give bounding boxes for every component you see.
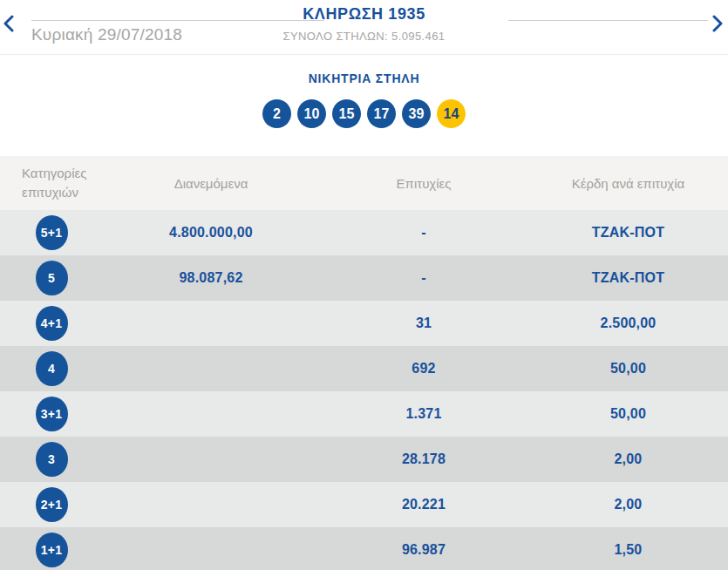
prize-value: 2,00 (528, 497, 728, 512)
winners-value: - (319, 225, 528, 241)
distributed-value: 4.800.000,00 (103, 225, 319, 241)
table-row: 5+1 4.800.000,00 - ΤΖΑΚ-ΠΟΤ (0, 210, 728, 255)
winners-value: 28.178 (319, 451, 528, 467)
winning-number-ball: 2 (262, 99, 291, 128)
prize-value: ΤΖΑΚ-ΠΟΤ (528, 225, 728, 241)
column-header-winners: Επιτυχίες (319, 176, 528, 191)
results-table-body: 5+1 4.800.000,00 - ΤΖΑΚ-ΠΟΤ 5 98.087,62 … (0, 210, 728, 570)
winning-column-label: ΝΙΚΗΤΡΙΑ ΣΤΗΛΗ (0, 71, 728, 85)
category-badge: 2+1 (36, 487, 68, 522)
winning-number-ball: 10 (297, 99, 326, 128)
winners-value: 31 (319, 316, 528, 331)
right-divider-line (508, 20, 708, 21)
column-header-category: Κατηγορίες επιτυχιών (0, 164, 103, 203)
results-table-header: Κατηγορίες επιτυχιών Διανεμόμενα Επιτυχί… (0, 156, 728, 210)
table-row: 5 98.087,62 - ΤΖΑΚ-ΠΟΤ (0, 255, 728, 301)
category-badge: 1+1 (36, 533, 68, 567)
prize-value: 1,50 (528, 542, 728, 558)
table-row: 2+1 20.221 2,00 (0, 482, 728, 527)
winning-number-ball: 17 (367, 99, 396, 128)
prize-value: 2.500,00 (528, 316, 728, 331)
winning-number-ball: 39 (402, 99, 431, 128)
category-badge: 5 (36, 261, 68, 295)
prize-value: 2,00 (528, 451, 728, 467)
results-table: Κατηγορίες επιτυχιών Διανεμόμενα Επιτυχί… (0, 156, 728, 570)
winning-numbers: 21015173914 (0, 99, 728, 128)
chevron-right-icon[interactable] (711, 15, 725, 32)
category-badge: 4+1 (36, 306, 68, 341)
table-row: 4 692 50,00 (0, 346, 728, 391)
total-columns-label: ΣΥΝΟΛΟ ΣΤΗΛΩΝ: 5.095.461 (0, 30, 728, 43)
column-header-distributed: Διανεμόμενα (103, 176, 319, 191)
winners-value: - (319, 270, 528, 286)
table-row: 4+1 31 2.500,00 (0, 301, 728, 346)
prize-value: ΤΖΑΚ-ΠΟΤ (528, 270, 728, 286)
prize-value: 50,00 (528, 406, 728, 422)
draw-navigation-bar: Κυριακή 29/07/2018 ΚΛΗΡΩΣΗ 1935 ΣΥΝΟΛΟ Σ… (0, 0, 728, 55)
bonus-number-ball: 14 (437, 99, 466, 128)
distributed-value: 98.087,62 (103, 270, 319, 286)
prize-value: 50,00 (528, 361, 728, 377)
category-badge: 4 (36, 351, 68, 386)
winners-value: 1.371 (319, 406, 528, 422)
category-badge: 5+1 (36, 215, 68, 250)
winners-value: 20.221 (319, 497, 528, 512)
table-row: 1+1 96.987 1,50 (0, 527, 728, 570)
winners-value: 96.987 (319, 542, 528, 558)
table-row: 3+1 1.371 50,00 (0, 391, 728, 437)
winning-column-section: ΝΙΚΗΤΡΙΑ ΣΤΗΛΗ 21015173914 (0, 55, 728, 156)
winners-value: 692 (319, 361, 528, 377)
column-header-prize: Κέρδη ανά επιτυχία (528, 176, 728, 191)
category-badge: 3 (36, 442, 68, 477)
category-badge: 3+1 (36, 397, 68, 431)
table-row: 3 28.178 2,00 (0, 437, 728, 482)
winning-number-ball: 15 (332, 99, 361, 128)
